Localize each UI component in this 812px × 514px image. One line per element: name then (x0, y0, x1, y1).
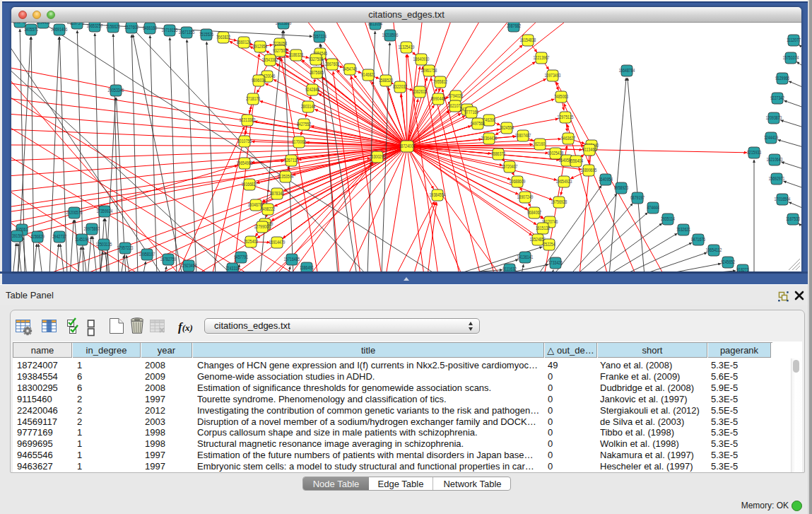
svg-text:7955812: 7955812 (433, 79, 447, 84)
svg-text:12213967: 12213967 (534, 55, 550, 60)
svg-text:10654112: 10654112 (706, 247, 722, 252)
svg-text:62160: 62160 (535, 141, 545, 146)
svg-text:17016504: 17016504 (775, 197, 791, 201)
svg-text:9111632: 9111632 (502, 267, 517, 271)
svg-text:7625402: 7625402 (244, 239, 258, 244)
svg-text:9146821: 9146821 (361, 72, 375, 77)
svg-text:19218506: 19218506 (382, 33, 399, 37)
svg-text:2718176: 2718176 (246, 96, 260, 101)
svg-text:f(x): f(x) (178, 320, 193, 334)
svg-text:8186328: 8186328 (289, 52, 303, 57)
svg-text:12093873: 12093873 (766, 115, 782, 120)
svg-text:11353594: 11353594 (278, 174, 294, 179)
svg-text:9327506: 9327506 (273, 48, 287, 53)
svg-text:18640910: 18640910 (413, 57, 430, 62)
svg-text:9242848: 9242848 (305, 87, 319, 92)
svg-text:2803144: 2803144 (301, 104, 315, 109)
svg-text:3267110: 3267110 (284, 158, 298, 163)
svg-text:9684067: 9684067 (527, 210, 541, 215)
svg-text:10899695: 10899695 (581, 168, 597, 173)
svg-text:5498222: 5498222 (261, 206, 275, 211)
svg-text:8322037: 8322037 (393, 84, 407, 89)
svg-text:252254: 252254 (543, 242, 555, 247)
svg-text:8471676: 8471676 (691, 237, 705, 242)
svg-text:16154838: 16154838 (520, 37, 536, 42)
svg-text:20364436: 20364436 (481, 136, 498, 141)
svg-text:1386491: 1386491 (300, 265, 314, 270)
svg-text:16648784: 16648784 (619, 68, 635, 73)
svg-text:14136141: 14136141 (517, 255, 534, 259)
svg-text:9245652: 9245652 (721, 259, 735, 264)
svg-text:8990448: 8990448 (431, 96, 445, 101)
svg-text:3824554: 3824554 (500, 125, 514, 130)
svg-text:9129966: 9129966 (775, 76, 789, 81)
svg-text:1170062: 1170062 (292, 139, 306, 144)
svg-text:1640954: 1640954 (599, 177, 613, 182)
svg-text:474444: 474444 (647, 205, 659, 210)
svg-text:1010755: 1010755 (237, 139, 252, 144)
svg-text:7485063: 7485063 (554, 94, 568, 99)
svg-text:12213383: 12213383 (240, 117, 256, 122)
svg-text:1244419: 1244419 (764, 135, 778, 140)
svg-text:18907249: 18907249 (517, 194, 534, 199)
svg-text:15751074: 15751074 (783, 55, 799, 60)
svg-text:8215933: 8215933 (747, 150, 761, 155)
svg-text:1615132: 1615132 (536, 226, 550, 230)
svg-text:8958923: 8958923 (614, 185, 628, 190)
svg-text:19654983: 19654983 (237, 160, 253, 165)
svg-text:19384554: 19384554 (430, 192, 446, 197)
svg-text:1733426: 1733426 (548, 260, 563, 265)
svg-text:10961758: 10961758 (421, 68, 437, 73)
svg-text:6879197: 6879197 (630, 195, 645, 200)
svg-text:10973493: 10973493 (545, 73, 561, 78)
svg-text:15720407: 15720407 (502, 164, 518, 169)
svg-text:10688609: 10688609 (510, 179, 526, 184)
svg-text:3875685: 3875685 (310, 70, 324, 75)
svg-text:8454749: 8454749 (343, 66, 357, 71)
svg-text:16033809: 16033809 (276, 23, 292, 25)
svg-text:8427552: 8427552 (297, 122, 311, 127)
svg-text:19756928: 19756928 (551, 199, 567, 204)
svg-text:9777169: 9777169 (464, 110, 478, 115)
svg-text:8912954: 8912954 (253, 44, 267, 49)
svg-text:6794028: 6794028 (449, 93, 463, 98)
svg-text:11325419: 11325419 (399, 45, 415, 49)
svg-text:1167533: 1167533 (786, 216, 800, 221)
svg-text:8813054: 8813054 (368, 23, 382, 26)
svg-text:7243310: 7243310 (225, 266, 240, 271)
svg-text:9556404: 9556404 (569, 158, 583, 163)
svg-text:9227342: 9227342 (770, 95, 784, 100)
svg-text:16210643: 16210643 (767, 157, 783, 162)
svg-text:2935114: 2935114 (661, 216, 675, 221)
svg-text:12975115: 12975115 (558, 115, 574, 119)
svg-text:7357224: 7357224 (312, 34, 326, 39)
svg-text:16543382: 16543382 (262, 57, 278, 62)
svg-text:2087682: 2087682 (507, 23, 521, 28)
svg-text:1362615: 1362615 (413, 89, 427, 94)
svg-text:19654923: 19654923 (556, 179, 572, 184)
svg-text:1588520: 1588520 (379, 78, 393, 83)
svg-text:10807487: 10807487 (515, 133, 531, 138)
svg-text:746266: 746266 (483, 117, 495, 122)
svg-text:918273: 918273 (737, 267, 749, 271)
svg-text:9457791: 9457791 (234, 255, 248, 259)
svg-text:9113460: 9113460 (582, 147, 596, 152)
svg-text:8660124: 8660124 (237, 40, 251, 45)
svg-text:15300293: 15300293 (370, 154, 386, 159)
svg-text:9463627: 9463627 (561, 136, 575, 141)
svg-text:9896034: 9896034 (252, 78, 266, 83)
svg-text:15692971: 15692971 (769, 176, 785, 181)
svg-text:2867608: 2867608 (325, 62, 339, 66)
svg-text:7886372: 7886372 (491, 151, 505, 156)
svg-text:10025438: 10025438 (548, 151, 564, 156)
svg-text:8878342: 8878342 (270, 191, 284, 196)
svg-text:7632621: 7632621 (676, 227, 690, 232)
svg-text:6497568: 6497568 (471, 121, 485, 126)
svg-text:19166827: 19166827 (242, 182, 258, 187)
svg-text:1112077: 1112077 (787, 37, 801, 42)
svg-text:7663822: 7663822 (216, 35, 230, 40)
svg-text:15716485: 15716485 (284, 257, 300, 262)
svg-text:18724007: 18724007 (399, 144, 416, 148)
svg-text:16914479: 16914479 (269, 240, 286, 245)
svg-text:9327508: 9327508 (309, 57, 323, 62)
